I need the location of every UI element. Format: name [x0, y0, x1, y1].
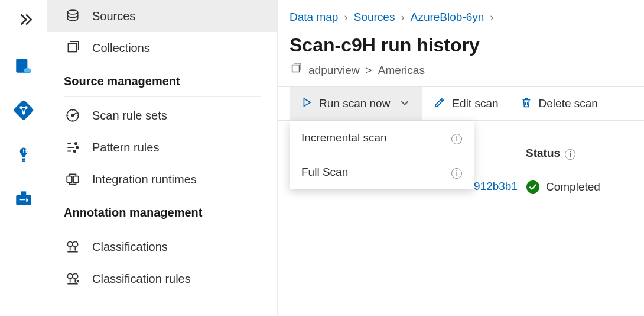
svg-point-19 [67, 241, 73, 247]
database-icon [64, 8, 82, 24]
runtime-icon [64, 172, 82, 187]
rail-manage-icon[interactable] [9, 183, 38, 212]
page-title: Scan-c9H run history [278, 28, 644, 59]
sidebar-item-classifications[interactable]: Classifications [47, 231, 277, 263]
main-panel: Data map › Sources › AzureBlob-6yn › Sca… [278, 0, 644, 316]
sidebar: Sources Collections Source management Sc… [47, 0, 278, 316]
svg-rect-9 [22, 160, 25, 162]
sidebar-item-sources[interactable]: Sources [47, 0, 277, 32]
pattern-icon [64, 140, 82, 155]
scan-icon [64, 108, 82, 123]
svg-point-22 [73, 273, 78, 279]
chevron-right-icon: › [344, 11, 347, 24]
button-label: Edit scan [452, 97, 498, 110]
sidebar-item-collections[interactable]: Collections [47, 32, 277, 64]
collections-icon [64, 40, 82, 56]
trash-icon [520, 96, 533, 112]
sidebar-label: Scan rule sets [92, 109, 167, 122]
menu-label: Incremental scan [301, 131, 387, 144]
divider [64, 228, 261, 228]
menu-label: Full Scan [301, 166, 348, 179]
classification-rules-icon [64, 271, 82, 286]
run-scan-menu: Incremental scan i Full Scan i [290, 121, 474, 189]
svg-rect-11 [68, 43, 76, 51]
sidebar-label: Pattern rules [92, 141, 159, 154]
svg-rect-18 [73, 176, 79, 183]
breadcrumb: Data map › Sources › AzureBlob-6yn › [278, 0, 644, 28]
svg-point-1 [24, 68, 31, 72]
collections-icon [290, 62, 303, 78]
status-column-header[interactable]: Status i [526, 147, 575, 160]
collection-path: adpurview > Americas [278, 59, 644, 86]
button-label: Delete scan [539, 97, 598, 110]
left-rail [0, 0, 47, 316]
sidebar-item-classification-rules[interactable]: Classification rules [47, 263, 277, 295]
sidebar-section-annotation-management: Annotation management [47, 195, 277, 225]
sidebar-item-pattern-rules[interactable]: Pattern rules [47, 131, 277, 163]
path-leaf: Americas [378, 64, 425, 77]
divider [64, 96, 261, 97]
svg-rect-2 [14, 100, 34, 120]
chevron-right-icon: › [490, 11, 493, 24]
chevron-right-icon: › [401, 11, 404, 24]
chevron-right-icon: > [366, 64, 372, 77]
run-scan-now-button[interactable]: Run scan now [290, 87, 422, 120]
content-body: Incremental scan i Full Scan i 912b3b1 S… [278, 121, 644, 316]
rail-data-icon[interactable] [9, 52, 38, 80]
svg-point-13 [71, 114, 73, 116]
sidebar-label: Classification rules [92, 272, 191, 286]
menu-item-full-scan[interactable]: Full Scan i [290, 155, 474, 189]
svg-rect-23 [292, 65, 300, 72]
edit-scan-button[interactable]: Edit scan [422, 87, 509, 120]
svg-point-20 [73, 241, 78, 247]
svg-rect-8 [22, 158, 25, 160]
sidebar-item-scan-rule-sets[interactable]: Scan rule sets [47, 99, 277, 131]
header-label: Status [526, 147, 560, 160]
svg-point-14 [75, 143, 77, 144]
info-icon[interactable]: i [451, 131, 462, 144]
sidebar-label: Integration runtimes [92, 173, 197, 186]
check-circle-icon [526, 180, 540, 194]
svg-point-16 [74, 150, 76, 152]
breadcrumb-sources[interactable]: Sources [354, 11, 395, 24]
svg-rect-17 [67, 176, 72, 183]
svg-point-10 [67, 10, 77, 14]
toolbar: Run scan now Edit scan Delete scan [278, 86, 644, 121]
rail-insights-icon[interactable] [9, 140, 38, 168]
rail-map-icon[interactable] [9, 96, 38, 124]
breadcrumb-data-map[interactable]: Data map [290, 11, 338, 24]
expand-rail-icon[interactable] [18, 9, 38, 32]
run-id-link[interactable]: 912b3b1 [474, 180, 518, 193]
classifications-icon [64, 239, 82, 254]
status-value: Completed [546, 180, 600, 194]
menu-item-incremental-scan[interactable]: Incremental scan i [290, 121, 474, 155]
sidebar-label: Collections [92, 41, 150, 55]
sidebar-section-source-management: Source management [47, 64, 277, 94]
sidebar-item-integration-runtimes[interactable]: Integration runtimes [47, 163, 277, 195]
sidebar-label: Sources [92, 9, 135, 23]
svg-point-15 [76, 146, 78, 148]
svg-point-21 [67, 273, 73, 279]
pencil-icon [433, 96, 446, 112]
play-icon [300, 96, 313, 112]
button-label: Run scan now [319, 97, 390, 110]
delete-scan-button[interactable]: Delete scan [509, 87, 609, 120]
chevron-down-icon [398, 96, 411, 111]
status-cell: Completed [526, 180, 600, 194]
breadcrumb-azureblob[interactable]: AzureBlob-6yn [411, 11, 484, 24]
info-icon[interactable]: i [565, 147, 575, 160]
info-icon[interactable]: i [451, 166, 462, 179]
path-root: adpurview [308, 64, 360, 77]
sidebar-label: Classifications [92, 240, 168, 254]
